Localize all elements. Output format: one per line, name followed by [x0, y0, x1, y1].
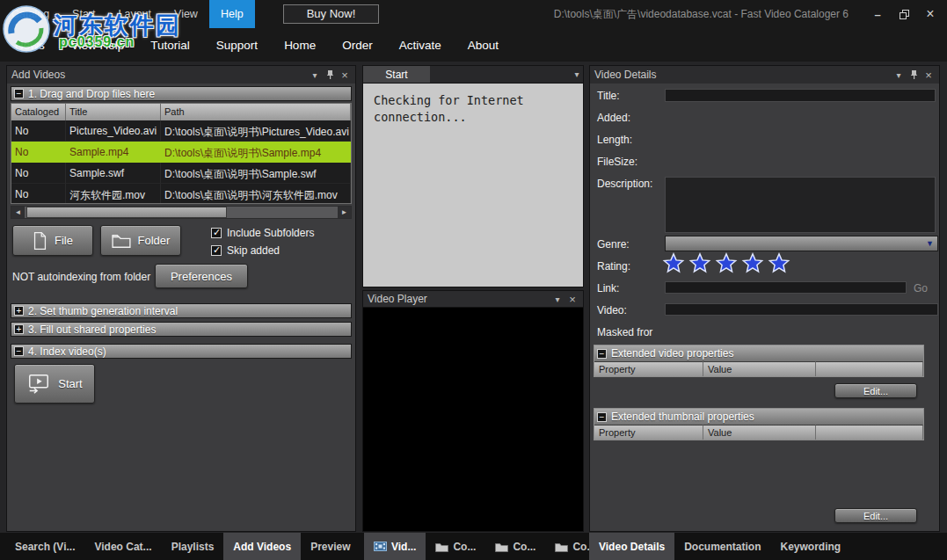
star-icon[interactable] [715, 252, 738, 274]
tab-companion-2[interactable]: Co... [485, 533, 545, 560]
scrollbar-thumb[interactable] [26, 207, 227, 218]
star-icon[interactable] [741, 252, 764, 274]
title-field[interactable] [665, 89, 936, 102]
scroll-right-icon[interactable] [338, 207, 351, 218]
start-indexing-button[interactable]: Start [14, 364, 95, 404]
video-field[interactable] [665, 303, 938, 316]
restore-icon[interactable] [891, 0, 917, 28]
extended-thumbnail-properties-header[interactable]: Extended thumbnail properties [594, 409, 923, 425]
buy-now-button[interactable]: Buy Now! [283, 4, 380, 24]
chevron-down-icon[interactable] [571, 66, 583, 84]
tab-preview[interactable]: Preview [301, 533, 360, 560]
chevron-down-icon[interactable] [892, 66, 905, 84]
scrollbar-track[interactable] [25, 207, 338, 218]
navlink-home[interactable]: Home [271, 39, 329, 52]
tab-search-videos[interactable]: Search (Vi... [5, 533, 84, 560]
star-icon[interactable] [768, 252, 790, 274]
checkbox-checked-icon[interactable] [211, 228, 222, 238]
tab-companion-1[interactable]: Co... [426, 533, 485, 560]
star-icon[interactable] [662, 252, 685, 274]
close-icon[interactable] [339, 66, 351, 84]
extended-video-properties-header[interactable]: Extended video properties [594, 345, 923, 361]
extended-video-properties-title: Extended video properties [611, 347, 733, 360]
center-tab-group: Vid... Co... Co... Co... [364, 533, 605, 560]
tab-start[interactable]: Start [363, 66, 430, 84]
col-header-property[interactable]: Property [594, 361, 703, 376]
section-shared-properties[interactable]: 3. Fill out shared properties [11, 322, 352, 337]
chevron-down-icon[interactable] [551, 290, 564, 308]
video-player-viewport[interactable] [362, 307, 584, 532]
tab-video-catalog[interactable]: Video Cat... [84, 533, 161, 560]
menu-view[interactable]: View [163, 0, 209, 28]
chevron-down-icon[interactable] [309, 66, 321, 84]
go-button[interactable]: Go [914, 282, 928, 295]
navlink-order[interactable]: Order [329, 39, 386, 52]
tab-add-videos[interactable]: Add Videos [223, 533, 301, 560]
tab-keywording[interactable]: Keywording [770, 533, 850, 560]
section-index-videos[interactable]: 4. Index video(s) [11, 344, 352, 359]
cell-cataloged: No [11, 120, 66, 141]
chevron-down-icon[interactable] [922, 236, 937, 251]
folder-icon [435, 542, 448, 552]
collapse-icon[interactable] [597, 412, 607, 422]
table-row[interactable]: No 河东软件园.mov D:\tools\桌面\说明书\河东软件园.mov [11, 184, 351, 204]
video-details-panel-title: Video Details [594, 69, 657, 81]
col-header-value[interactable]: Value [703, 425, 816, 440]
scroll-left-icon[interactable] [11, 207, 25, 218]
section-drag-drop[interactable]: 1. Drag and Drop files here [11, 86, 352, 101]
tab-video-details[interactable]: Video Details [589, 533, 674, 560]
navlink-support[interactable]: Support [203, 39, 271, 52]
description-field[interactable] [665, 177, 936, 233]
navlink-activate[interactable]: Activate [386, 39, 455, 52]
preferences-button[interactable]: Preferences [155, 264, 248, 288]
tab-playlists[interactable]: Playlists [162, 533, 224, 560]
include-subfolders-checkbox[interactable]: Include Subfolders [211, 227, 314, 239]
close-icon[interactable] [566, 290, 579, 308]
close-icon[interactable] [922, 66, 935, 84]
tab-video[interactable]: Vid... [364, 533, 426, 560]
navlink-view-help[interactable]: View Help [58, 39, 138, 52]
skip-added-checkbox[interactable]: Skip added [211, 244, 280, 257]
menu-catalog[interactable]: Catalog [0, 0, 61, 28]
file-table: Cataloged Title Path No Pictures_Video.a… [11, 103, 352, 204]
expand-icon[interactable] [14, 306, 24, 316]
rating-stars[interactable] [662, 252, 790, 274]
star-icon[interactable] [688, 252, 711, 274]
table-row[interactable]: No Pictures_Video.avi D:\tools\桌面\说明书\Pi… [11, 120, 351, 142]
edit-video-properties-button[interactable]: Edit... [834, 383, 917, 398]
table-row-selected[interactable]: No Sample.mp4 D:\tools\桌面\说明书\Sample.mp4 [11, 142, 351, 163]
expand-icon[interactable] [14, 324, 24, 334]
col-header-title[interactable]: Title [66, 104, 161, 120]
menu-layout[interactable]: Layout [107, 0, 164, 28]
collapse-icon[interactable] [597, 349, 607, 359]
edit-thumbnail-properties-button[interactable]: Edit... [834, 508, 917, 523]
navlink-about[interactable]: About [455, 39, 512, 52]
file-button[interactable]: File [12, 225, 93, 256]
section-thumb-interval[interactable]: 2. Set thumb generation interval [11, 303, 352, 318]
collapse-icon[interactable] [14, 346, 24, 356]
close-icon[interactable] [917, 0, 943, 28]
genre-dropdown[interactable] [665, 236, 938, 251]
link-field[interactable] [665, 281, 907, 294]
col-header-property[interactable]: Property [594, 425, 703, 440]
menu-help[interactable]: Help [209, 0, 255, 28]
tab-documentation[interactable]: Documentation [674, 533, 770, 560]
table-row[interactable]: No Sample.swf D:\tools\桌面\说明书\Sample.swf [11, 163, 351, 184]
app-window: Catalog Start Layout View Help Buy Now! … [0, 0, 947, 560]
pin-icon[interactable] [324, 66, 336, 84]
pin-icon[interactable] [907, 66, 920, 84]
checkbox-checked-icon[interactable] [211, 245, 222, 256]
menu-start[interactable]: Start [61, 0, 106, 28]
col-header-value[interactable]: Value [703, 361, 816, 376]
col-header-cataloged[interactable]: Cataloged [11, 104, 66, 120]
file-icon [33, 231, 47, 251]
navlink-news[interactable]: News [2, 39, 58, 52]
col-header-path[interactable]: Path [161, 104, 351, 120]
folder-button[interactable]: Folder [100, 225, 181, 256]
navlink-tutorial[interactable]: Tutorial [137, 39, 203, 52]
collapse-icon[interactable] [14, 89, 24, 98]
section-drag-drop-label: 1. Drag and Drop files here [28, 88, 155, 100]
minimize-icon[interactable] [864, 0, 891, 28]
horizontal-scrollbar[interactable] [11, 206, 352, 219]
extended-thumbnail-properties-title: Extended thumbnail properties [611, 411, 754, 423]
